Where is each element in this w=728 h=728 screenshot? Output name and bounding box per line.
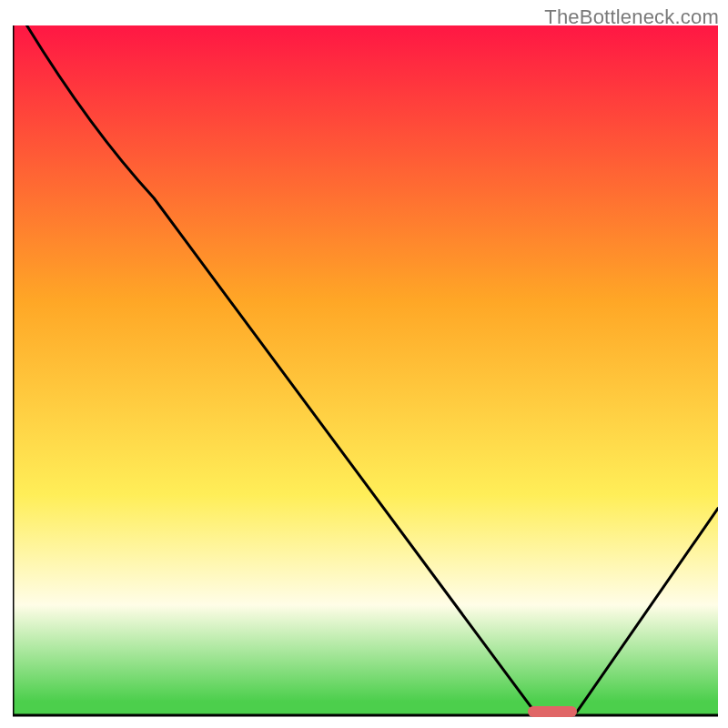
chart-container: TheBottleneck.com xyxy=(0,0,728,728)
plot-area xyxy=(13,25,718,717)
minimum-marker xyxy=(528,706,577,717)
watermark-text: TheBottleneck.com xyxy=(544,5,719,29)
bottleneck-curve xyxy=(13,25,718,717)
